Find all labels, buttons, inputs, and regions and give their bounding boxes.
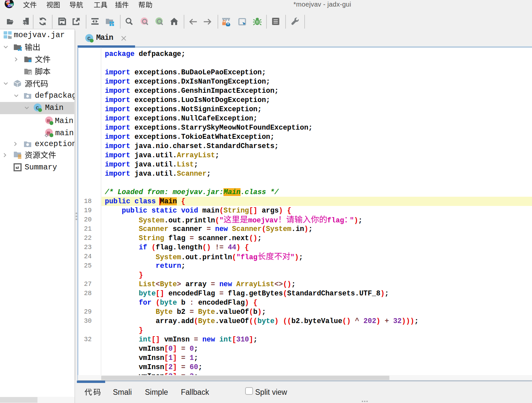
svg-text:DX: DX [8,3,13,7]
